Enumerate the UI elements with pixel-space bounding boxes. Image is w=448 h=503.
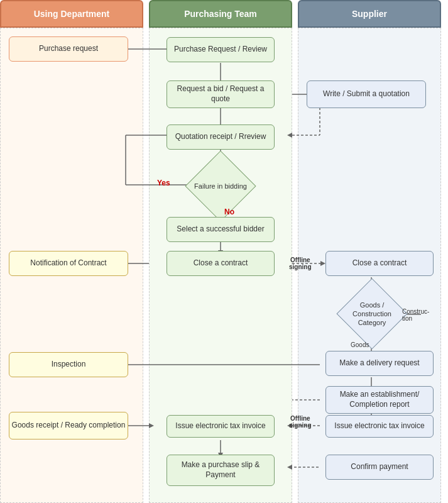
issue-tax-supplier-box: Issue electronic tax invoice [325, 415, 434, 438]
close-contract-purchasing-box: Close a contract [167, 251, 275, 276]
failure-bidding-label: Failure in bidding [194, 182, 247, 191]
write-submit-box: Write / Submit a quotation [307, 80, 426, 108]
col-using-label: Using Department [34, 9, 110, 19]
make-delivery-box: Make a delivery request [325, 351, 434, 376]
yes-label: Yes [157, 179, 170, 187]
goods-label: Goods [351, 341, 369, 348]
offline-signing-2: Offlinesigning [289, 415, 312, 429]
col-header-purchasing: Purchasing Team [149, 0, 292, 28]
issue-tax-purchasing-box: Issue electronic tax invoice [167, 415, 275, 438]
goods-receipt-label: Goods receipt / Ready completion [12, 421, 126, 431]
purchase-request-box: Purchase request [9, 36, 128, 62]
quotation-receipt-box: Quotation receipt / Rreview [167, 124, 275, 150]
notification-contract-label: Notification of Contract [30, 258, 106, 268]
issue-tax-purchasing-label: Issue electronic tax invoice [175, 421, 265, 431]
confirm-payment-box: Confirm payment [325, 455, 434, 480]
goods-category-diamond: Goods / Construction Category [344, 286, 400, 341]
close-contract-supplier-label: Close a contract [352, 258, 407, 268]
purchase-slip-label: Make a purchase slip & Payment [167, 460, 274, 480]
failure-bidding-diamond: Failure in bidding [192, 157, 249, 215]
write-submit-label: Write / Submit a quotation [323, 89, 410, 99]
request-bid-box: Request a bid / Request a quote [167, 80, 275, 108]
col-header-supplier: Supplier [298, 0, 441, 28]
issue-tax-supplier-label: Issue electronic tax invoice [334, 421, 424, 431]
close-contract-purchasing-label: Close a contract [194, 258, 248, 268]
no-label: No [224, 207, 234, 216]
goods-category-label: Goods / Construction Category [344, 301, 400, 328]
make-establishment-box: Make an establishment/ Completion report [325, 386, 434, 414]
close-contract-supplier-box: Close a contract [325, 251, 434, 276]
purchase-slip-box: Make a purchase slip & Payment [167, 455, 275, 486]
confirm-payment-label: Confirm payment [351, 462, 408, 472]
make-delivery-label: Make a delivery request [339, 358, 419, 368]
inspection-label: Inspection [52, 360, 86, 370]
purchase-request-label: Purchase request [39, 44, 98, 54]
goods-receipt-box: Goods receipt / Ready completion [9, 412, 128, 439]
select-bidder-label: Select a successful bidder [177, 224, 264, 235]
offline-signing-1: Offlinesigning [289, 257, 312, 270]
select-bidder-box: Select a successful bidder [167, 217, 275, 242]
purchase-request-review-label: Purchase Request / Review [174, 45, 267, 55]
col-supplier-label: Supplier [352, 9, 387, 19]
notification-contract-box: Notification of Contract [9, 251, 128, 276]
flowchart: Using Department Purchasing Team Supplie… [0, 0, 448, 503]
construction-label: Construc-tion [402, 308, 429, 322]
request-bid-label: Request a bid / Request a quote [167, 84, 274, 104]
col-purchasing-label: Purchasing Team [184, 9, 257, 19]
quotation-receipt-label: Quotation receipt / Rreview [175, 132, 266, 142]
purchase-request-review-box: Purchase Request / Review [167, 37, 275, 62]
col-header-using: Using Department [0, 0, 143, 28]
inspection-box: Inspection [9, 352, 128, 377]
make-establishment-label: Make an establishment/ Completion report [326, 390, 433, 409]
